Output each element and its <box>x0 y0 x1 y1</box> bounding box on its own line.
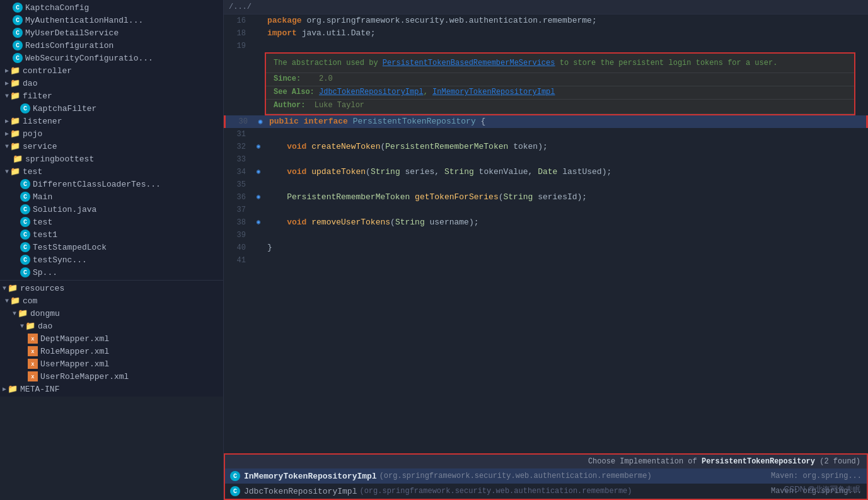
sidebar-item-myuserdetail[interactable]: C MyUserDetailService <box>0 26 223 39</box>
c-icon: C <box>20 267 30 277</box>
editor-area: /.../ 16 package org.springframework.sec… <box>224 0 868 500</box>
sidebar-item-label: WebSecurityConfiguratio... <box>25 54 153 63</box>
watermark: CSDN @北海冥鱼未眠 <box>784 484 860 495</box>
sidebar-item-testsync[interactable]: C testSync... <box>0 253 223 266</box>
sidebar-item-label: pojo <box>23 129 42 139</box>
code-line-36: 36 ◉ PersistentRememberMeToken getTokenF… <box>224 191 868 204</box>
sidebar-item-com[interactable]: ▼ 📁 com <box>0 294 223 307</box>
sidebar-item-metainf[interactable]: ▶ 📁 META-INF <box>0 383 223 395</box>
impl-maven: Maven: org.spring... <box>771 472 862 480</box>
sidebar-item-dongmu[interactable]: ▼ 📁 dongmu <box>0 307 223 320</box>
c-icon: C <box>20 217 30 227</box>
javadoc-author: Author: Luke Taylor <box>266 100 854 114</box>
line-gutter: ◉ <box>252 191 265 204</box>
line-number: 34 <box>224 166 252 178</box>
line-number: 39 <box>224 229 252 241</box>
sidebar-item-label: DifferentClassLoaderTes... <box>33 180 161 189</box>
code-line-35: 35 <box>224 178 868 191</box>
sidebar-item-controller[interactable]: ▶ 📁 controller <box>0 64 223 77</box>
sidebar-item-websecurity[interactable]: C WebSecurityConfiguratio... <box>0 52 223 64</box>
impl-item-inmemory[interactable]: C InMemoryTokenRepositoryImpl (org.sprin… <box>225 468 867 484</box>
sidebar-item-main[interactable]: C Main <box>0 190 223 203</box>
sidebar-item-label: filter <box>23 91 52 101</box>
sidebar-item-kaptchaconfig[interactable]: C KaptchaConfig <box>0 1 223 14</box>
sidebar-item-springboottest[interactable]: 📁 springboottest <box>0 153 223 165</box>
folder-icon: 📁 <box>18 308 28 318</box>
c-icon: C <box>230 486 240 496</box>
code-line-38: 38 ◉ void removeUserTokens(String userna… <box>224 216 868 229</box>
sidebar-item-dao[interactable]: ▶ 📁 dao <box>0 77 223 90</box>
line-number: 38 <box>224 216 252 229</box>
sidebar-item-label: RedisConfiguration <box>25 41 113 50</box>
arrow-down-icon: ▼ <box>13 310 16 317</box>
code-line-33: 33 <box>224 153 868 166</box>
sidebar-item-label: MyUserDetailService <box>25 28 119 38</box>
sidebar-item-listener[interactable]: ▶ 📁 listener <box>0 115 223 127</box>
sidebar-item-test-file[interactable]: C test <box>0 216 223 228</box>
arrow-down-icon: ▼ <box>5 143 9 150</box>
sidebar-item-label: dao <box>23 79 37 88</box>
line-number: 33 <box>224 153 252 166</box>
sidebar-item-differentclassloader[interactable]: C DifferentClassLoaderTes... <box>0 178 223 190</box>
c-icon: C <box>13 40 23 50</box>
c-icon: C <box>13 15 23 25</box>
line-content: public interface PersistentTokenReposito… <box>267 115 866 128</box>
line-number: 37 <box>224 204 252 216</box>
sidebar-divider <box>0 280 223 281</box>
sidebar-item-label: testSync... <box>33 255 87 265</box>
sidebar-item-resources[interactable]: ▼ 📁 resources <box>0 282 223 294</box>
sidebar-item-myauthentication[interactable]: C MyAuthenticationHandl... <box>0 14 223 26</box>
folder-icon: 📁 <box>13 154 23 164</box>
sidebar-item-userrolemapper[interactable]: X UserRoleMapper.xml <box>0 370 223 383</box>
line-number: 16 <box>224 15 252 27</box>
xml-icon: X <box>28 346 38 356</box>
breadcrumb-text: /.../ <box>229 3 252 11</box>
c-icon: C <box>13 3 23 13</box>
line-number: 30 <box>226 115 254 128</box>
impl-chooser: Choose Implementation of PersistentToken… <box>224 453 868 500</box>
line-number: 18 <box>224 27 252 40</box>
line-number: 40 <box>224 241 252 254</box>
sidebar-item-teststampedlock[interactable]: C TestStampedLock <box>0 241 223 253</box>
sidebar-item-sp[interactable]: C Sp... <box>0 266 223 279</box>
code-line-39: 39 <box>224 229 868 241</box>
sidebar-item-usermapper[interactable]: X UserMapper.xml <box>0 358 223 370</box>
sidebar-item-filter[interactable]: ▼ 📁 filter <box>0 90 223 102</box>
sidebar-item-label: Sp... <box>33 268 57 277</box>
arrow-down-icon: ▼ <box>3 285 6 292</box>
sidebar-item-rolemapper[interactable]: X RoleMapper.xml <box>0 345 223 358</box>
impl-item-jdbc[interactable]: C JdbcTokenRepositoryImpl (org.springfra… <box>225 484 867 499</box>
impl-class-name: JdbcTokenRepositoryImpl <box>244 487 357 496</box>
arrow-right-icon: ▶ <box>5 130 9 137</box>
sidebar-item-solution[interactable]: C Solution.java <box>0 203 223 216</box>
sidebar-item-test1[interactable]: C test1 <box>0 228 223 241</box>
line-content: void updateToken(String series, String t… <box>265 166 868 178</box>
arrow-right-icon: ▶ <box>5 79 9 87</box>
sidebar-item-label: dao <box>38 322 52 331</box>
code-line-40: 40 } <box>224 241 868 254</box>
sidebar-item-kaptchafilter[interactable]: C KaptchaFilter <box>0 102 223 115</box>
line-content: } <box>265 241 868 254</box>
sidebar-item-redis[interactable]: C RedisConfiguration <box>0 39 223 52</box>
sidebar-item-label: com <box>23 296 37 306</box>
line-number: 32 <box>224 141 252 153</box>
arrow-right-icon: ▶ <box>5 67 9 74</box>
c-icon: C <box>20 192 30 202</box>
sidebar-item-test[interactable]: ▼ 📁 test <box>0 165 223 178</box>
sidebar-item-pojo[interactable]: ▶ 📁 pojo <box>0 127 223 140</box>
sidebar-item-deptmapper[interactable]: X DeptMapper.xml <box>0 332 223 345</box>
c-icon: C <box>20 230 30 240</box>
sidebar-item-dao-res[interactable]: ▼ 📁 dao <box>0 320 223 332</box>
arrow-right-icon: ▶ <box>5 117 9 125</box>
code-line-18: 18 import java.util.Date; <box>224 27 868 40</box>
sidebar-item-service[interactable]: ▼ 📁 service <box>0 140 223 153</box>
sidebar-item-label: RoleMapper.xml <box>40 347 109 356</box>
code-scroll[interactable]: 16 package org.springframework.security.… <box>224 15 868 500</box>
arrow-down-icon: ▼ <box>5 168 9 175</box>
sidebar-item-label: META-INF <box>20 385 59 394</box>
code-line-41: 41 <box>224 254 868 267</box>
sidebar-item-label: DeptMapper.xml <box>40 334 109 344</box>
sidebar-item-label: KaptchaConfig <box>25 3 89 13</box>
c-icon: C <box>230 471 240 481</box>
arrow-down-icon: ▼ <box>20 323 24 330</box>
